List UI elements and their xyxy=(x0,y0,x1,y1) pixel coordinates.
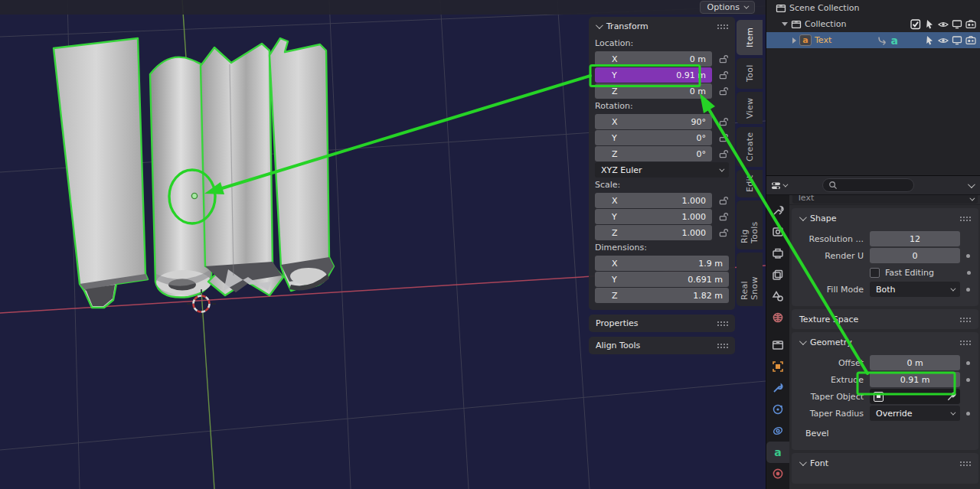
tab-render-properties[interactable] xyxy=(771,226,785,238)
tab-tool[interactable]: Tool xyxy=(737,58,763,89)
chevron-down-icon xyxy=(950,285,956,291)
grip-icon[interactable] xyxy=(717,343,728,348)
grip-icon[interactable] xyxy=(717,24,728,29)
scale-z-field[interactable]: Z 1.000 xyxy=(595,225,712,240)
text-object-3d[interactable] xyxy=(54,38,334,308)
fill-mode-dropdown[interactable]: Both xyxy=(870,282,960,297)
rotation-y-field[interactable]: Y 0° xyxy=(595,130,712,145)
filter-chevron-icon[interactable] xyxy=(968,181,975,188)
tab-collection-properties[interactable] xyxy=(771,339,785,351)
tab-constraint-properties[interactable] xyxy=(771,425,785,437)
visibility-eye-icon[interactable] xyxy=(938,19,949,30)
shape-panel: Shape Resolution ... 12 Render U 0 xyxy=(792,208,978,306)
viewport-display-icon[interactable] xyxy=(952,19,962,30)
animate-dot[interactable] xyxy=(966,254,970,258)
grip-icon[interactable] xyxy=(717,321,728,326)
outliner-row-text-selected[interactable]: a Text a xyxy=(766,32,980,48)
unlock-icon[interactable] xyxy=(719,196,729,206)
tab-tool-properties[interactable] xyxy=(771,204,785,217)
selectable-cursor-icon[interactable] xyxy=(924,19,935,30)
datablock-row-clipped[interactable]: Text xyxy=(789,195,980,205)
unlock-icon[interactable] xyxy=(719,54,729,64)
texture-space-header[interactable]: Texture Space xyxy=(792,309,978,329)
tab-view-layer-properties[interactable] xyxy=(771,269,785,281)
tab-scene-properties[interactable] xyxy=(771,290,785,302)
rotation-z-field[interactable]: Z 0° xyxy=(595,146,712,161)
outliner-row-scene-collection[interactable]: Scene Collection xyxy=(766,0,980,16)
align-tools-panel-header[interactable]: Align Tools xyxy=(589,337,735,354)
dimensions-x-field[interactable]: X 1.9 m xyxy=(595,256,729,271)
animate-dot[interactable] xyxy=(966,412,970,416)
tab-real-snow[interactable]: Real Snow xyxy=(737,253,763,306)
render-camera-icon[interactable] xyxy=(965,35,976,46)
selectable-cursor-icon[interactable] xyxy=(924,35,935,46)
viewport-display-icon[interactable] xyxy=(952,35,962,46)
eyedropper-icon[interactable] xyxy=(946,392,956,402)
tab-view[interactable]: View xyxy=(737,92,763,124)
unlock-icon[interactable] xyxy=(719,117,729,127)
object-origin-dot xyxy=(191,193,197,198)
animate-dot[interactable] xyxy=(966,378,970,382)
animate-dot[interactable] xyxy=(966,288,970,292)
texture-space-panel: Texture Space xyxy=(792,309,978,329)
location-z-field[interactable]: Z 0 m xyxy=(595,83,712,99)
geometry-panel-header[interactable]: Geometry xyxy=(792,332,978,352)
tab-object-properties[interactable] xyxy=(771,360,785,373)
offset-field[interactable]: 0 m xyxy=(870,355,960,370)
properties-search-input[interactable] xyxy=(822,178,914,192)
chevron-down-icon xyxy=(782,181,788,187)
unlock-icon[interactable] xyxy=(719,212,729,222)
transform-panel-header[interactable]: Transform xyxy=(589,17,735,35)
unlock-icon[interactable] xyxy=(719,86,729,96)
dimensions-z-field[interactable]: Z 1.82 m xyxy=(595,288,729,303)
scale-x-field[interactable]: X 1.000 xyxy=(595,193,712,208)
animate-dot[interactable] xyxy=(967,271,971,275)
unlock-icon[interactable] xyxy=(719,133,729,143)
rotation-mode-dropdown[interactable]: XYZ Euler xyxy=(595,162,729,178)
extrude-field[interactable]: 0.91 m xyxy=(870,372,960,387)
scale-y-field[interactable]: Y 1.000 xyxy=(595,209,712,224)
grip-icon[interactable] xyxy=(959,216,971,221)
visibility-eye-icon[interactable] xyxy=(938,35,949,46)
tab-edit[interactable]: Edit xyxy=(737,170,763,197)
grip-icon[interactable] xyxy=(959,317,971,322)
resolution-field[interactable]: 12 xyxy=(870,231,960,246)
tab-output-properties[interactable] xyxy=(771,247,785,259)
location-y-field[interactable]: Y 0.91 m xyxy=(595,67,712,83)
render-u-field[interactable]: 0 xyxy=(870,248,960,263)
tab-object-data-properties[interactable]: a xyxy=(771,446,785,458)
shape-panel-header[interactable]: Shape xyxy=(792,208,978,228)
unlock-icon[interactable] xyxy=(719,149,729,159)
outliner: Scene Collection Collection a Text a xyxy=(766,0,980,175)
font-panel-header[interactable]: Font xyxy=(792,453,978,473)
world-icon xyxy=(772,311,784,324)
checkbox-checked-icon[interactable] xyxy=(910,19,921,30)
tab-item[interactable]: Item xyxy=(737,20,763,55)
grip-icon[interactable] xyxy=(959,340,971,345)
outliner-row-collection[interactable]: Collection xyxy=(766,16,980,32)
disclosure-closed-icon[interactable] xyxy=(792,37,796,44)
tab-material-properties[interactable] xyxy=(771,468,785,480)
properties-panel-header[interactable]: Properties xyxy=(589,315,735,332)
taper-radius-dropdown[interactable]: Override xyxy=(870,406,960,421)
tab-physics-properties[interactable] xyxy=(771,403,785,416)
editor-type-button[interactable] xyxy=(769,179,789,192)
render-camera-icon[interactable] xyxy=(965,19,976,30)
fast-editing-checkbox[interactable] xyxy=(870,268,880,278)
viewport-3d[interactable]: Options Transform Location: X 0 m xyxy=(0,0,766,489)
taper-object-field[interactable] xyxy=(870,389,960,404)
unlock-icon[interactable] xyxy=(719,70,729,80)
tab-modifier-properties[interactable] xyxy=(771,382,785,394)
rotation-x-field[interactable]: X 90° xyxy=(595,114,712,129)
disclosure-open-icon[interactable] xyxy=(782,22,788,26)
tab-world-properties[interactable] xyxy=(771,311,785,324)
grip-icon[interactable] xyxy=(959,461,971,466)
options-dropdown[interactable]: Options xyxy=(700,1,755,14)
bevel-subpanel-header[interactable]: Bevel xyxy=(805,425,971,441)
location-x-field[interactable]: X 0 m xyxy=(595,51,712,67)
animate-dot[interactable] xyxy=(966,361,970,365)
dimensions-y-field[interactable]: Y 0.691 m xyxy=(595,272,729,287)
tab-rig-tools[interactable]: Rig Tools xyxy=(737,200,763,249)
tab-create[interactable]: Create xyxy=(737,127,763,167)
unlock-icon[interactable] xyxy=(719,228,729,238)
